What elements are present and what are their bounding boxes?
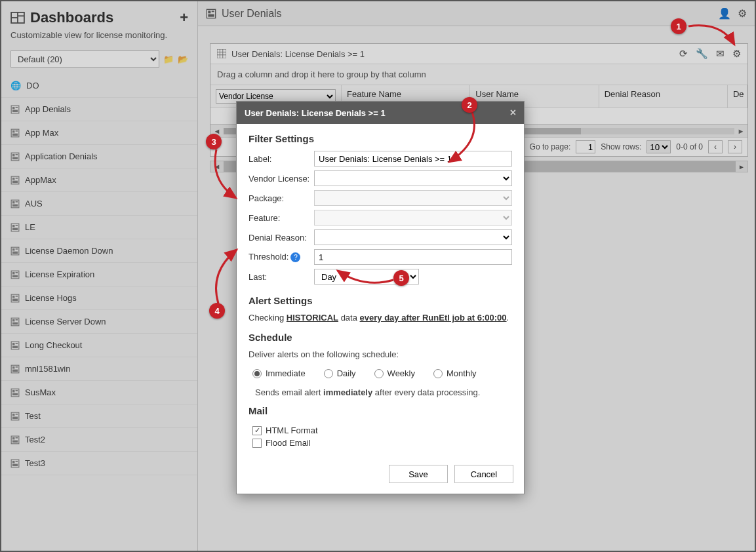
dash-item-icon: [10, 317, 20, 326]
sidebar-item[interactable]: LE: [1, 216, 197, 239]
svg-rect-25: [12, 224, 15, 227]
vendor-license-select[interactable]: [314, 170, 512, 186]
svg-rect-37: [12, 295, 15, 298]
sidebar-item[interactable]: mnl1581win: [1, 357, 197, 381]
sidebar-item[interactable]: 🌐DO: [1, 74, 197, 98]
group-by-drop-hint[interactable]: Drag a column and drop it here to group …: [210, 64, 747, 85]
next-page-button[interactable]: ›: [728, 140, 742, 153]
svg-rect-29: [12, 248, 15, 250]
dash-item-icon: [10, 365, 20, 374]
sidebar-item[interactable]: Test3: [1, 452, 197, 475]
show-rows-select[interactable]: 10: [647, 140, 671, 153]
sidebar-item[interactable]: AUS: [1, 192, 197, 216]
sidebar-item[interactable]: License Hogs: [1, 286, 197, 310]
save-button[interactable]: Save: [389, 465, 448, 483]
dash-item-icon: [10, 223, 20, 232]
flood-email-checkbox[interactable]: Flood Email: [252, 438, 512, 448]
grid-icon: [217, 49, 226, 58]
schedule-radio-daily[interactable]: Daily: [324, 368, 356, 378]
svg-rect-42: [16, 319, 18, 320]
svg-rect-9: [12, 130, 15, 132]
sidebar-item[interactable]: App Max: [1, 121, 197, 145]
threshold-help-icon[interactable]: ?: [290, 252, 300, 262]
schedule-radio-immediate[interactable]: Immediate: [252, 368, 306, 378]
sidebar-item[interactable]: SusMax: [1, 381, 197, 404]
dash-item-icon: [10, 459, 20, 468]
sidebar-item[interactable]: Test: [1, 404, 197, 428]
schedule-radio-monthly[interactable]: Monthly: [433, 368, 477, 378]
refresh-icon[interactable]: ⟳: [679, 48, 688, 60]
globe-icon: 🌐: [10, 81, 21, 90]
sidebar-list: 🌐DOApp DenialsApp MaxApplication Denials…: [1, 74, 197, 551]
settings-icon[interactable]: ⚙: [738, 7, 747, 20]
schedule-radio-weekly[interactable]: Weekly: [374, 368, 415, 378]
svg-rect-17: [12, 177, 15, 180]
filter-settings-heading: Filter Settings: [249, 133, 512, 144]
svg-rect-61: [12, 437, 15, 439]
sidebar-item[interactable]: Application Denials: [1, 145, 197, 168]
outer-scroll-left[interactable]: ◄: [210, 163, 224, 170]
denial-reason-select[interactable]: [314, 229, 512, 245]
svg-rect-21: [12, 201, 15, 203]
column-header[interactable]: Denial Reason: [599, 85, 728, 108]
svg-rect-59: [12, 416, 18, 419]
goto-page-label: Go to page:: [530, 142, 571, 151]
svg-rect-46: [16, 342, 18, 344]
mail-icon[interactable]: ✉: [716, 48, 725, 60]
dashboard-group-select[interactable]: Default (20): [10, 50, 159, 68]
panel-title: User Denials: License Denials >= 1: [231, 49, 365, 59]
svg-rect-5: [12, 106, 15, 109]
html-format-checkbox[interactable]: ✓HTML Format: [252, 425, 512, 435]
sidebar-item[interactable]: App Denials: [1, 98, 197, 121]
svg-rect-20: [11, 200, 19, 208]
svg-rect-70: [212, 10, 214, 12]
scroll-right-button[interactable]: ►: [734, 127, 747, 135]
label-input[interactable]: [314, 151, 512, 167]
threshold-input[interactable]: [314, 249, 512, 265]
sidebar-item[interactable]: Long Checkout: [1, 334, 197, 357]
svg-rect-45: [12, 342, 15, 345]
dash-item-icon: [10, 435, 20, 444]
user-icon[interactable]: 👤: [718, 7, 731, 20]
svg-rect-18: [16, 177, 18, 178]
folder-open-icon[interactable]: 📂: [178, 54, 188, 64]
feature-select: [314, 210, 512, 226]
svg-rect-69: [208, 10, 210, 13]
dash-item-icon: [10, 152, 20, 161]
modal-close-button[interactable]: ×: [510, 107, 516, 119]
sidebar-item-label: Test3: [25, 458, 45, 468]
dash-item-icon: [10, 270, 20, 279]
sidebar-item-label: Test: [25, 411, 41, 421]
sidebar-item[interactable]: License Expiration: [1, 263, 197, 286]
cancel-button[interactable]: Cancel: [454, 465, 513, 483]
callout-3: 3: [206, 134, 222, 149]
svg-rect-13: [12, 153, 15, 156]
sidebar-item[interactable]: AppMax: [1, 168, 197, 192]
prev-page-button[interactable]: ‹: [708, 140, 723, 153]
column-header[interactable]: De: [728, 85, 747, 108]
dashboard-page-icon: [206, 9, 216, 19]
folder-icon[interactable]: 📁: [163, 54, 174, 64]
add-dashboard-button[interactable]: +: [180, 9, 188, 26]
sidebar-item[interactable]: License Server Down: [1, 310, 197, 334]
wrench-icon[interactable]: 🔧: [696, 48, 708, 60]
dash-item-icon: [10, 294, 20, 303]
callout-5: 5: [393, 270, 409, 286]
sidebar-item-label: App Denials: [25, 104, 71, 114]
sidebar-item[interactable]: License Daemon Down: [1, 239, 197, 263]
panel-gear-icon[interactable]: ⚙: [732, 48, 741, 60]
svg-rect-63: [12, 440, 18, 443]
svg-rect-53: [12, 389, 15, 392]
svg-rect-23: [12, 204, 18, 207]
threshold-label: Threshold:?: [249, 252, 314, 262]
svg-rect-28: [11, 247, 19, 255]
goto-page-input[interactable]: [576, 140, 595, 153]
sidebar-title: Dashboards: [10, 9, 113, 26]
outer-scroll-right[interactable]: ►: [736, 163, 747, 170]
sidebar-item[interactable]: Test2: [1, 428, 197, 452]
svg-rect-72: [217, 49, 226, 58]
svg-rect-34: [16, 271, 18, 273]
sidebar-item-label: DO: [26, 81, 39, 90]
svg-rect-15: [12, 157, 18, 159]
sidebar-subtitle: Customizable view for license monitoring…: [1, 30, 197, 47]
